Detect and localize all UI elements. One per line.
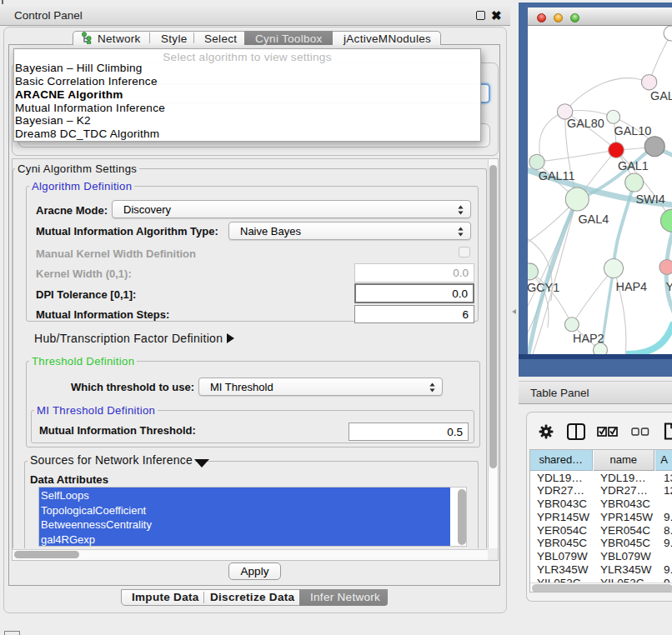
svg-text:GAL4: GAL4 [578, 212, 609, 226]
svg-text:GAL1: GAL1 [618, 159, 649, 172]
svg-text:GCY1: GCY1 [528, 281, 559, 294]
svg-text:GAL7: GAL7 [650, 89, 672, 102]
svg-text:SWI4: SWI4 [636, 192, 665, 206]
svg-text:HAP4: HAP4 [616, 280, 648, 293]
svg-text:HAP2: HAP2 [573, 332, 604, 345]
svg-text:GAL11: GAL11 [539, 169, 575, 182]
svg-text:Y: Y [666, 280, 672, 293]
svg-text:GAL10: GAL10 [614, 124, 652, 138]
svg-text:GAL80: GAL80 [567, 117, 604, 130]
